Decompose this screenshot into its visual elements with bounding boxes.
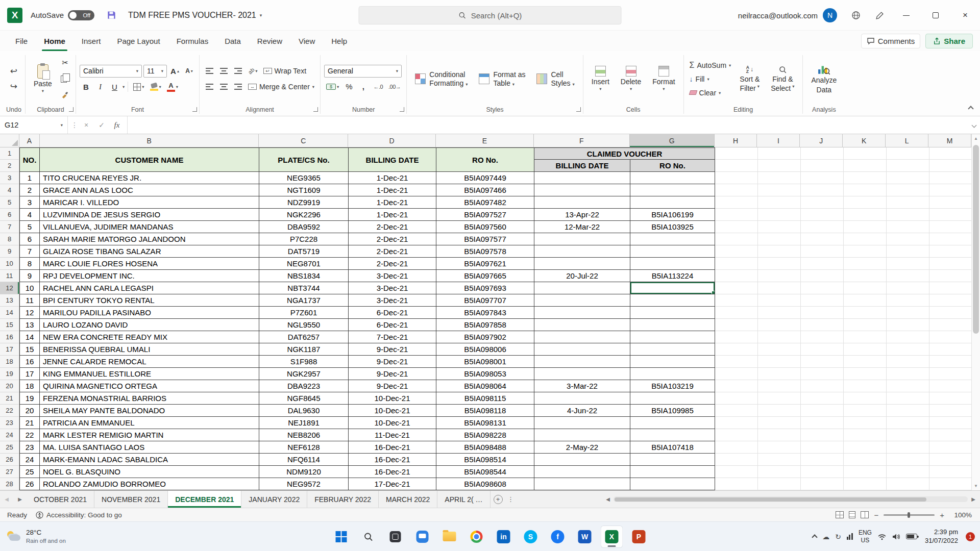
cell-A17[interactable]: 15 — [19, 343, 40, 356]
cell-D27[interactable]: 16-Dec-21 — [349, 466, 436, 478]
cell-B14[interactable]: MARILOU PADILLA PASINABO — [40, 307, 259, 319]
close-button[interactable]: × — [950, 0, 980, 31]
cancel-entry-button[interactable]: × — [79, 118, 93, 132]
row-header-26[interactable]: 26 — [0, 454, 19, 466]
accessibility-status[interactable]: Accessibility: Good to go — [36, 511, 122, 519]
decrease-decimal-button[interactable]: .00→ — [386, 80, 403, 93]
font-dialog-launcher[interactable] — [192, 107, 197, 112]
vertical-scroll-thumb[interactable] — [973, 145, 979, 334]
cell-A18[interactable]: 16 — [19, 356, 40, 368]
cell-E4[interactable]: B5IA097466 — [436, 184, 534, 196]
cell-G6[interactable]: B5IA106199 — [630, 209, 715, 221]
row-header-15[interactable]: 15 — [0, 319, 19, 331]
cut-button[interactable]: ✂ — [59, 56, 71, 69]
cell-E10[interactable]: B5IA097621 — [436, 258, 534, 270]
cell-G11[interactable]: B5IA113224 — [630, 270, 715, 282]
cell-A22[interactable]: 20 — [19, 405, 40, 417]
cell-D9[interactable]: 2-Dec-21 — [349, 245, 436, 258]
skype-button[interactable]: S — [520, 525, 542, 548]
cell-D20[interactable]: 9-Dec-21 — [349, 380, 436, 392]
cell-D26[interactable]: 16-Dec-21 — [349, 454, 436, 466]
cell-G14[interactable] — [630, 307, 715, 319]
cell-F19[interactable] — [534, 368, 630, 380]
word-button[interactable]: W — [574, 525, 596, 548]
name-box[interactable]: G12 ▾ — [0, 116, 67, 134]
cell-G21[interactable] — [630, 392, 715, 405]
cell-C9[interactable]: DAT5719 — [259, 245, 349, 258]
column-header-H[interactable]: H — [715, 134, 757, 147]
format-painter-button[interactable] — [59, 89, 71, 102]
globe-button[interactable] — [844, 0, 868, 31]
header-no[interactable]: NO. — [19, 147, 40, 172]
zoom-knob[interactable] — [908, 512, 910, 518]
cell-A9[interactable]: 7 — [19, 245, 40, 258]
cell-F20[interactable]: 3-Mar-22 — [534, 380, 630, 392]
ribbon-tab-view[interactable]: View — [290, 31, 323, 51]
cell-F16[interactable] — [534, 331, 630, 343]
expand-formula-bar-button[interactable] — [968, 116, 980, 134]
file-explorer-button[interactable] — [438, 525, 461, 548]
cell-B12[interactable]: RACHEL ANN CARLA LEGASPI — [40, 282, 259, 294]
cell-B6[interactable]: LUZVIMINDA DE JESUS SERGIO — [40, 209, 259, 221]
confirm-entry-button[interactable]: ✓ — [94, 118, 109, 132]
cell-A28[interactable]: 26 — [19, 478, 40, 490]
cell-B27[interactable]: NOEL G. BLASQUINO — [40, 466, 259, 478]
font-color-button[interactable]: A▾ — [165, 80, 180, 93]
row-header-6[interactable]: 6 — [0, 209, 19, 221]
cell-A12[interactable]: 10 — [19, 282, 40, 294]
cell-C4[interactable]: NGT1609 — [259, 184, 349, 196]
cell-F14[interactable] — [534, 307, 630, 319]
cell-B28[interactable]: ROLANDO ZAMUDIO BORROMEO — [40, 478, 259, 490]
cell-C24[interactable]: NEB8206 — [259, 429, 349, 441]
cell-F8[interactable] — [534, 233, 630, 245]
cell-B26[interactable]: MARK-EMANN LADAC SABALDICA — [40, 454, 259, 466]
row-header-16[interactable]: 16 — [0, 331, 19, 343]
column-header-F[interactable]: F — [534, 134, 630, 147]
conditional-formatting-button[interactable]: ConditionalFormatting ▾ — [410, 67, 472, 91]
cell-B8[interactable]: SARAH MARIE MATORGO JALANDOON — [40, 233, 259, 245]
header-claimed-billing-date[interactable]: BILLING DATE — [534, 160, 630, 172]
zoom-slider[interactable] — [884, 514, 935, 516]
comments-button[interactable]: Comments — [861, 34, 921, 48]
cell-A19[interactable]: 17 — [19, 368, 40, 380]
cell-F28[interactable] — [534, 478, 630, 490]
cell-A6[interactable]: 4 — [19, 209, 40, 221]
cell-E17[interactable]: B5IA098006 — [436, 343, 534, 356]
accounting-format-button[interactable]: $▾ — [324, 80, 341, 93]
cell-F24[interactable] — [534, 429, 630, 441]
wrap-text-button[interactable]: ↩Wrap Text — [261, 65, 309, 78]
cell-B16[interactable]: NEW ERA CONCRETE READY MIX — [40, 331, 259, 343]
analyze-data-button[interactable]: AnalyzeData — [806, 62, 841, 95]
column-header-E[interactable]: E — [436, 134, 534, 147]
row-header-17[interactable]: 17 — [0, 343, 19, 356]
cell-F17[interactable] — [534, 343, 630, 356]
row-header-21[interactable]: 21 — [0, 392, 19, 405]
row-header-4[interactable]: 4 — [0, 184, 19, 196]
sheet-tab-march-2022[interactable]: MARCH 2022 — [379, 491, 437, 508]
linkedin-button[interactable]: in — [493, 525, 515, 548]
cell-F5[interactable] — [534, 196, 630, 209]
cell-D3[interactable]: 1-Dec-21 — [349, 172, 436, 184]
cell-E24[interactable]: B5IA098228 — [436, 429, 534, 441]
cell-G18[interactable] — [630, 356, 715, 368]
horizontal-scroll-thumb[interactable] — [615, 497, 926, 502]
cell-G22[interactable]: B5IA109985 — [630, 405, 715, 417]
cell-B5[interactable]: MARICAR I. VILLEDO — [40, 196, 259, 209]
cell-C17[interactable]: NGK1187 — [259, 343, 349, 356]
bold-button[interactable]: B — [80, 80, 92, 93]
cell-B9[interactable]: GLAIZA ROSE TIBANG SALAZAR — [40, 245, 259, 258]
cell-D14[interactable]: 6-Dec-21 — [349, 307, 436, 319]
sheet-tab-april-2-[interactable]: APRIL 2( … — [437, 491, 490, 508]
cell-E9[interactable]: B5IA097578 — [436, 245, 534, 258]
row-header-28[interactable]: 28 — [0, 478, 19, 490]
row-header-7[interactable]: 7 — [0, 221, 19, 233]
cell-D5[interactable]: 1-Dec-21 — [349, 196, 436, 209]
cell-B17[interactable]: BENERISSA QUEBRAL UMALI — [40, 343, 259, 356]
cell-E28[interactable]: B5IA098608 — [436, 478, 534, 490]
ribbon-tab-insert[interactable]: Insert — [74, 31, 109, 51]
cell-F13[interactable] — [534, 294, 630, 307]
scroll-down-arrow[interactable]: ▼ — [972, 482, 980, 490]
cell-E5[interactable]: B5IA097482 — [436, 196, 534, 209]
row-header-22[interactable]: 22 — [0, 405, 19, 417]
cell-C14[interactable]: P7Z601 — [259, 307, 349, 319]
